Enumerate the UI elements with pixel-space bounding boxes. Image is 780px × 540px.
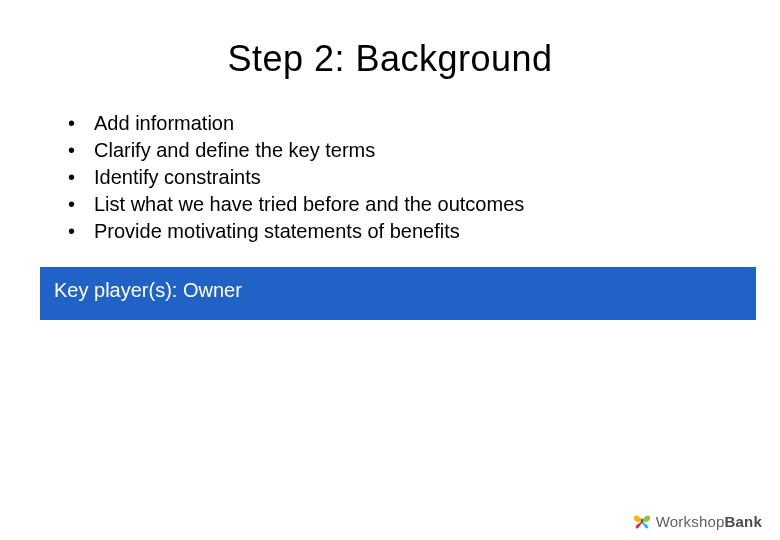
- slide-title: Step 2: Background: [0, 0, 780, 110]
- list-item: Provide motivating statements of benefit…: [68, 218, 780, 245]
- brand-text: WorkshopBank: [656, 513, 762, 530]
- list-item: Clarify and define the key terms: [68, 137, 780, 164]
- bullet-list: Add information Clarify and define the k…: [0, 110, 780, 245]
- brand-logo: WorkshopBank: [632, 512, 762, 530]
- brand-prefix: Workshop: [656, 513, 725, 530]
- brand-suffix: Bank: [725, 513, 762, 530]
- list-item: Identify constraints: [68, 164, 780, 191]
- svg-point-0: [641, 518, 643, 524]
- key-players-banner: Key player(s): Owner: [40, 267, 756, 320]
- slide: Step 2: Background Add information Clari…: [0, 0, 780, 540]
- list-item: List what we have tried before and the o…: [68, 191, 780, 218]
- butterfly-icon: [632, 512, 652, 530]
- list-item: Add information: [68, 110, 780, 137]
